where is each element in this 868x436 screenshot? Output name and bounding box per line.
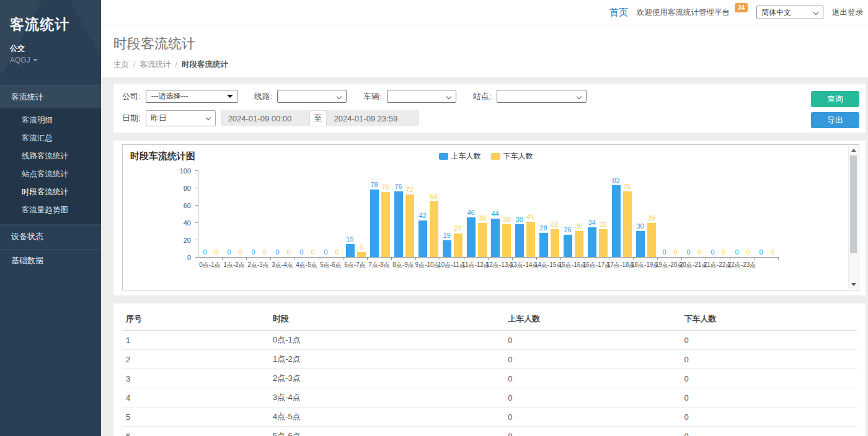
- line-select[interactable]: [277, 90, 347, 103]
- vehicle-select[interactable]: [387, 90, 456, 103]
- export-button[interactable]: 导出: [811, 112, 859, 128]
- date-from-input[interactable]: 2024-01-09 00:00: [221, 110, 309, 126]
- chevron-down-icon: [337, 94, 342, 98]
- scrollbar-down-arrow-icon[interactable]: [849, 280, 858, 289]
- sidebar-brand: 客流统计 公交 AQGJ: [0, 0, 101, 73]
- bar-group-15: 2630: [561, 171, 585, 257]
- legend-swatch-yellow: [491, 153, 500, 160]
- date-to-separator: 至: [309, 110, 327, 126]
- sidebar-section-passenger-stats[interactable]: 客流统计: [0, 85, 101, 108]
- chevron-down-icon: [576, 94, 581, 98]
- bar-group-1: 00: [223, 171, 247, 257]
- main-area: 首页 欢迎使用客流统计管理平台 34 简体中文 退出登录 时段客流统计 主页/客…: [101, 0, 868, 436]
- sidebar-submenu: 客流明细客流汇总线路客流统计站点客流统计时段客流统计客流量趋势图: [0, 108, 101, 225]
- chart-panel: 时段车流统计图 上车人数 下车人数 020406080100: [113, 141, 866, 295]
- sidebar-subitem-3[interactable]: 站点客流统计: [0, 165, 101, 183]
- bar-group-3: 00: [271, 171, 295, 257]
- home-link[interactable]: 首页: [609, 7, 628, 19]
- table-header-1: 时段: [269, 308, 504, 331]
- bar-group-20: 00: [682, 171, 706, 257]
- bar-group-22: 00: [730, 171, 755, 257]
- chevron-down-icon: [205, 115, 210, 120]
- legend-label-boarding: 上车人数: [451, 151, 481, 162]
- bar: [502, 224, 511, 257]
- bar: [539, 233, 548, 257]
- bar: [491, 219, 500, 257]
- data-table: 序号时段上车人数下车人数 10点-1点0021点-2点0032点-3点0043点…: [122, 308, 857, 436]
- station-select[interactable]: [497, 90, 587, 103]
- station-label: 站点:: [473, 91, 492, 102]
- bar-group-23: 00: [755, 171, 779, 257]
- page-header: 时段客流统计 主页/客流统计/时段客流统计: [101, 25, 868, 77]
- org-name: 公交: [10, 43, 91, 54]
- bar-value-label: 0: [762, 248, 783, 256]
- sidebar-subitem-0[interactable]: 客流明细: [0, 111, 101, 129]
- language-select-value: 简体中文: [761, 7, 791, 18]
- company-label: 公司:: [122, 91, 141, 102]
- query-button[interactable]: 查询: [811, 91, 859, 107]
- data-table-panel: 序号时段上车人数下车人数 10点-1点0021点-2点0032点-3点0043点…: [113, 303, 866, 436]
- chart-scrollbar[interactable]: [848, 146, 858, 289]
- scrollbar-thumb[interactable]: [850, 155, 857, 253]
- bar: [515, 224, 524, 257]
- bar: [381, 192, 390, 257]
- bar: [443, 240, 451, 257]
- sidebar-subitem-2[interactable]: 线路客流统计: [0, 147, 101, 165]
- bar-group-17: 8376: [609, 171, 634, 257]
- sidebar: 客流统计 公交 AQGJ 客流统计 客流明细客流汇总线路客流统计站点客流统计时段…: [0, 0, 101, 436]
- user-menu[interactable]: AQGJ: [10, 56, 91, 64]
- bar-group-21: 00: [706, 171, 730, 257]
- bar-group-19: 00: [658, 171, 682, 257]
- table-row: 21点-2点00: [122, 350, 857, 369]
- breadcrumb-section[interactable]: 客流统计: [140, 60, 170, 69]
- company-select-value: ---请选择---: [151, 91, 188, 102]
- sidebar-subitem-1[interactable]: 客流汇总: [0, 129, 101, 147]
- sidebar-section-base-data[interactable]: 基础数据: [0, 249, 101, 272]
- page-title: 时段客流统计: [113, 35, 856, 53]
- top-navbar: 首页 欢迎使用客流统计管理平台 34 简体中文 退出登录: [101, 0, 868, 25]
- line-label: 线路:: [254, 91, 273, 102]
- chevron-down-icon: [813, 10, 818, 15]
- table-row: 10点-1点00: [122, 331, 857, 350]
- date-range-group: 2024-01-09 00:00 至 2024-01-09 23:59: [221, 110, 419, 126]
- company-select[interactable]: ---请选择---: [146, 90, 237, 103]
- content-area: 公司: ---请选择--- 线路: 车辆:: [101, 77, 868, 436]
- bar: [551, 229, 559, 257]
- legend-label-alighting: 下车人数: [503, 151, 533, 162]
- chart-x-axis: 0点-1点1点-2点2点-3点3点-4点4点-5点5点-6点6点-7点7点-8点…: [198, 261, 779, 269]
- date-to-input[interactable]: 2024-01-09 23:59: [327, 110, 419, 126]
- bar: [357, 252, 366, 257]
- breadcrumb-home[interactable]: 主页: [113, 60, 129, 69]
- chevron-down-icon: [33, 59, 38, 64]
- sidebar-section-device-status[interactable]: 设备状态: [0, 225, 101, 248]
- table-row: 65点-6点00: [122, 427, 857, 436]
- legend-swatch-blue: [439, 153, 448, 160]
- bar-group-5: 00: [319, 171, 343, 257]
- chart-box: 时段车流统计图 上车人数 下车人数 020406080100: [122, 144, 859, 290]
- table-body: 10点-1点0021点-2点0032点-3点0043点-4点0054点-5点00…: [122, 331, 857, 436]
- sidebar-subitem-4[interactable]: 时段客流统计: [0, 183, 101, 201]
- sidebar-subitem-5[interactable]: 客流量趋势图: [0, 201, 101, 219]
- bar: [564, 235, 572, 257]
- bar: [430, 201, 438, 257]
- bar: [467, 217, 476, 257]
- filter-panel: 公司: ---请选择--- 线路: 车辆:: [113, 84, 866, 133]
- legend-item-alighting[interactable]: 下车人数: [491, 151, 533, 162]
- date-range-select[interactable]: 昨日: [146, 110, 216, 126]
- legend-item-boarding[interactable]: 上车人数: [439, 151, 481, 162]
- bar-group-2: 00: [247, 171, 271, 257]
- bar: [394, 191, 403, 257]
- bar: [405, 194, 414, 257]
- language-select[interactable]: 简体中文: [756, 6, 823, 19]
- breadcrumb-current: 时段客流统计: [182, 60, 228, 69]
- table-row: 54点-5点00: [122, 408, 857, 427]
- bar: [575, 231, 583, 257]
- bar-group-4: 00: [295, 171, 319, 257]
- table-header-0: 序号: [122, 308, 269, 331]
- scrollbar-up-arrow-icon[interactable]: [849, 146, 858, 155]
- bar: [370, 190, 379, 257]
- notification-badge[interactable]: 34: [735, 3, 748, 12]
- bar-group-14: 2832: [537, 171, 561, 257]
- logout-link[interactable]: 退出登录: [832, 7, 863, 18]
- user-name: AQGJ: [10, 56, 30, 64]
